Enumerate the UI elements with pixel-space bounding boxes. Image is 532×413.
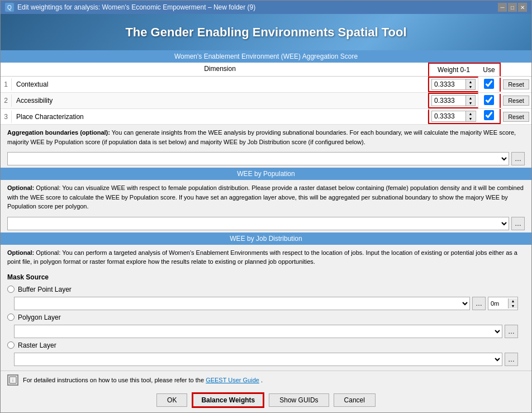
dimension-cell: Place Characterization [12, 111, 428, 123]
ok-button[interactable]: OK [156, 393, 187, 407]
spin-down-button[interactable]: ▼ [466, 101, 475, 106]
bottom-info-text: For detailed instructions on how to use … [23, 377, 525, 383]
buffer-spin-down[interactable]: ▼ [509, 303, 517, 308]
raster-layer-label: Raster Layer [18, 341, 56, 349]
polygon-layer-label: Polygon Layer [18, 314, 61, 321]
population-dropdown-row: … [1, 215, 531, 232]
minimize-button[interactable]: ─ [498, 3, 507, 12]
buffer-point-dropdown[interactable] [14, 297, 470, 310]
buffer-point-row: Buffer Point Layer [7, 284, 525, 295]
title-bar: Q Edit weightings for analysis: Women's … [1, 1, 531, 14]
buffer-value-wrapper: ▲ ▼ [488, 297, 518, 310]
aggregation-info: Aggregation boundaries (optional): You c… [1, 125, 531, 150]
window-controls: ─ □ ✕ [498, 3, 527, 12]
wee-job-info: Optional: Optional: You can perform a ta… [1, 245, 531, 270]
button-row: OK Balance Weights Show GUIDs Cancel [1, 389, 531, 412]
table-row: 1 Contextual ▲ ▼ Reset [1, 77, 531, 93]
buffer-point-radio[interactable] [7, 286, 15, 293]
population-browse-button[interactable]: … [511, 217, 525, 230]
spin-up-button[interactable]: ▲ [466, 96, 475, 101]
reset-button[interactable]: Reset [503, 96, 529, 106]
polygon-dropdown[interactable] [14, 325, 502, 338]
reset-cell: Reset [501, 78, 531, 91]
buffer-point-browse-button[interactable]: … [472, 297, 486, 310]
spin-down-button[interactable]: ▼ [466, 116, 475, 121]
weight-column-header: Weight 0-1 [428, 63, 478, 77]
raster-layer-radio[interactable] [7, 341, 15, 349]
use-checkbox[interactable] [484, 110, 494, 120]
use-cell [478, 78, 501, 92]
row-number: 3 [1, 111, 12, 123]
mask-source-title: Mask Source [7, 273, 525, 281]
buffer-spin-up[interactable]: ▲ [509, 298, 517, 303]
raster-browse-button[interactable]: … [505, 353, 518, 366]
weight-input-wrapper: ▲ ▼ [431, 79, 476, 90]
weight-cell: ▲ ▼ [428, 77, 478, 92]
app-title: The Gender Enabling Environments Spatial… [125, 25, 406, 40]
weight-input[interactable] [432, 111, 466, 121]
aggregation-browse-button[interactable]: … [511, 152, 525, 165]
dimension-column-header: Dimension [12, 63, 428, 77]
header-banner: The Gender Enabling Environments Spatial… [1, 14, 531, 50]
weight-input-wrapper: ▲ ▼ [431, 95, 476, 106]
wee-population-header: WEE by Population [1, 168, 531, 180]
scroll-area[interactable]: Women's Enablement Environment (WEE) Agg… [1, 50, 531, 371]
app-icon: Q [5, 3, 14, 12]
mask-source-section: Mask Source Buffer Point Layer … ▲ ▼ [1, 270, 531, 369]
use-checkbox[interactable] [484, 95, 494, 105]
cancel-button[interactable]: Cancel [334, 393, 376, 407]
buffer-value-input[interactable] [488, 297, 508, 310]
raster-dropdown[interactable] [14, 353, 502, 366]
use-cell [478, 109, 501, 124]
aggregation-bold-label: Aggregation boundaries (optional): [7, 129, 110, 136]
maximize-button[interactable]: □ [508, 3, 517, 12]
buffer-spin-buttons: ▲ ▼ [508, 298, 517, 308]
dimension-cell: Accessibility [12, 94, 428, 107]
use-checkbox[interactable] [484, 79, 494, 89]
raster-controls: … [7, 350, 525, 368]
optional-bold-1: Optional: [7, 184, 34, 191]
spin-buttons: ▲ ▼ [466, 79, 475, 89]
spin-down-button[interactable]: ▼ [466, 84, 475, 89]
table-header-row: Dimension Weight 0-1 Use [1, 63, 531, 77]
use-column-header: Use [478, 63, 501, 77]
spin-up-button[interactable]: ▲ [466, 79, 475, 84]
population-dropdown[interactable] [7, 217, 509, 230]
wee-population-info-text: Optional: You can visualize WEE with res… [7, 184, 524, 210]
svg-text:i: i [12, 377, 14, 383]
info-suffix: . [261, 377, 263, 383]
main-window: Q Edit weightings for analysis: Women's … [0, 0, 532, 413]
bottom-info-bar: i For detailed instructions on how to us… [1, 371, 531, 389]
polygon-layer-radio[interactable] [7, 314, 15, 321]
reset-cell: Reset [501, 94, 531, 107]
info-prefix: For detailed instructions on how to use … [23, 377, 204, 383]
table-row: 2 Accessibility ▲ ▼ Reset [1, 93, 531, 109]
weight-cell: ▲ ▼ [428, 110, 478, 124]
table-row: 3 Place Characterization ▲ ▼ Reset [1, 109, 531, 125]
raster-layer-row: Raster Layer [7, 340, 525, 350]
weight-cell: ▲ ▼ [428, 93, 478, 108]
spin-up-button[interactable]: ▲ [466, 111, 475, 116]
window-title: Edit weightings for analysis: Women's Ec… [17, 3, 495, 11]
weight-input[interactable] [432, 96, 466, 106]
row-number: 1 [1, 78, 12, 91]
reset-column-header [501, 63, 531, 77]
balance-weights-button[interactable]: Balance Weights [192, 392, 264, 408]
geest-guide-link[interactable]: GEEST User Guide [206, 377, 259, 383]
buffer-point-label: Buffer Point Layer [18, 286, 72, 293]
use-cell [478, 94, 501, 108]
reset-button[interactable]: Reset [503, 79, 529, 89]
weight-input[interactable] [432, 79, 466, 89]
polygon-browse-button[interactable]: … [505, 325, 518, 338]
buffer-point-controls: … ▲ ▼ [7, 295, 525, 312]
reset-button[interactable]: Reset [503, 112, 529, 122]
aggregation-dropdown[interactable] [7, 152, 509, 165]
dimension-cell: Contextual [12, 78, 428, 91]
show-guids-button[interactable]: Show GUIDs [269, 393, 329, 407]
aggregation-dropdown-row: … [1, 150, 531, 168]
weight-input-wrapper: ▲ ▼ [431, 111, 476, 122]
close-button[interactable]: ✕ [518, 3, 527, 12]
info-icon: i [7, 374, 18, 386]
spin-buttons: ▲ ▼ [466, 111, 475, 121]
wee-population-info: Optional: Optional: You can visualize WE… [1, 180, 531, 215]
